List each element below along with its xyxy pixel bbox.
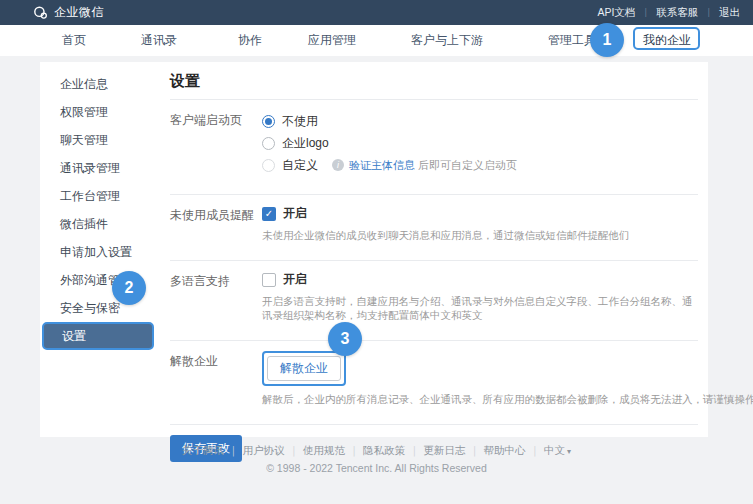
- sidebar-item-enterprise-info[interactable]: 企业信息: [40, 70, 156, 98]
- divider: [170, 424, 698, 425]
- row-multilanguage-support: 多语言支持 开启 开启多语言支持时，自建应用名与介绍、通讯录与对外信息自定义字段…: [170, 261, 698, 332]
- settings-sidebar: 企业信息 权限管理 聊天管理 通讯录管理 工作台管理 微信插件 申请加入设置 外…: [40, 62, 156, 437]
- dissolve-label: 解散企业: [170, 351, 262, 406]
- tab-contacts[interactable]: 通讯录: [141, 25, 177, 56]
- radio-unselected-icon[interactable]: [262, 137, 275, 150]
- content-card: 企业信息 权限管理 聊天管理 通讯录管理 工作台管理 微信插件 申请加入设置 外…: [40, 62, 708, 437]
- chevron-down-icon: ▾: [567, 447, 571, 456]
- footer-link-changelog[interactable]: 更新日志: [423, 444, 465, 456]
- footer-links: 关于腾讯｜用户协议｜使用规范｜隐私政策｜更新日志｜帮助中心｜中文▾: [0, 444, 753, 458]
- launch-page-label: 客户端启动页: [170, 110, 262, 176]
- tab-collaboration[interactable]: 协作: [238, 25, 262, 56]
- row-client-launch-page: 客户端启动页 不使用 企业logo 自定义 i 验证主体信息 后即可自定义启: [170, 100, 698, 186]
- radio-option-label: 自定义: [282, 157, 318, 174]
- footer-link-about-tencent[interactable]: 关于腾讯: [182, 444, 224, 456]
- tab-management-tools[interactable]: 管理工具: [548, 25, 596, 56]
- footer-link-usage-rules[interactable]: 使用规范: [303, 444, 345, 456]
- checkbox-unchecked-icon[interactable]: [262, 273, 276, 287]
- footer-link-help-center[interactable]: 帮助中心: [484, 444, 526, 456]
- sidebar-item-permission-management[interactable]: 权限管理: [40, 98, 156, 126]
- tab-customers-upstream-downstream[interactable]: 客户与上下游: [411, 25, 483, 56]
- wechat-work-logo-icon: [33, 5, 48, 20]
- separator: ｜: [641, 6, 650, 19]
- language-selector[interactable]: 中文▾: [544, 444, 571, 456]
- multilanguage-label: 多语言支持: [170, 271, 262, 322]
- separator: ｜: [228, 444, 238, 456]
- radio-option-label: 企业logo: [282, 135, 329, 152]
- info-icon: i: [332, 159, 344, 171]
- app-title: 企业微信: [54, 4, 104, 21]
- dissolve-enterprise-button[interactable]: 解散企业: [267, 356, 341, 381]
- sidebar-item-settings[interactable]: 设置: [42, 322, 154, 350]
- unused-reminder-toggle[interactable]: ✓ 开启: [262, 205, 698, 222]
- tab-my-enterprise[interactable]: 我的企业: [635, 25, 699, 56]
- step-3-badge: 3: [328, 322, 362, 356]
- radio-option-label: 不使用: [282, 113, 318, 130]
- settings-main: 设置 客户端启动页 不使用 企业logo 自定义 i 验: [170, 62, 698, 462]
- page-title: 设置: [170, 72, 698, 91]
- sidebar-item-contacts-management[interactable]: 通讯录管理: [40, 154, 156, 182]
- custom-note-text: 后即可自定义启动页: [418, 158, 517, 173]
- separator: ｜: [704, 6, 713, 19]
- row-dissolve-enterprise: 解散企业 解散企业 解散后，企业内的所有消息记录、企业通讯录、所有应用的数据都会…: [170, 341, 698, 416]
- copyright-text: © 1998 - 2022 Tencent Inc. All Rights Re…: [0, 462, 753, 474]
- checkbox-checked-icon[interactable]: ✓: [262, 207, 276, 221]
- sidebar-item-chat-management[interactable]: 聊天管理: [40, 126, 156, 154]
- topbar: 企业微信 API文档 ｜ 联系客服 ｜ 退出: [0, 0, 753, 25]
- verify-subject-info-link[interactable]: 验证主体信息: [349, 158, 415, 173]
- footer-link-user-agreement[interactable]: 用户协议: [242, 444, 284, 456]
- radio-option-not-used[interactable]: 不使用: [262, 110, 698, 132]
- step-1-badge: 1: [590, 23, 624, 57]
- checkbox-label: 开启: [283, 271, 307, 288]
- radio-disabled-icon: [262, 159, 275, 172]
- contact-support-link[interactable]: 联系客服: [656, 6, 698, 20]
- tab-app-management[interactable]: 应用管理: [308, 25, 356, 56]
- step-2-badge: 2: [112, 271, 146, 305]
- app-logo[interactable]: 企业微信: [33, 4, 104, 21]
- sidebar-item-join-settings[interactable]: 申请加入设置: [40, 238, 156, 266]
- topbar-links: API文档 ｜ 联系客服 ｜ 退出: [597, 6, 740, 20]
- separator: ｜: [530, 444, 540, 456]
- page-footer: 关于腾讯｜用户协议｜使用规范｜隐私政策｜更新日志｜帮助中心｜中文▾ © 1998…: [0, 444, 753, 474]
- step-3-highlight-box: 解散企业: [262, 351, 346, 386]
- custom-option-note: i 验证主体信息 后即可自定义启动页: [332, 158, 517, 173]
- separator: ｜: [469, 444, 479, 456]
- row-unused-member-reminder: 未使用成员提醒 ✓ 开启 未使用企业微信的成员收到聊天消息和应用消息，通过微信或…: [170, 195, 698, 252]
- separator: ｜: [349, 444, 359, 456]
- unused-reminder-description: 未使用企业微信的成员收到聊天消息和应用消息，通过微信或短信邮件提醒他们: [262, 228, 698, 242]
- radio-option-custom[interactable]: 自定义 i 验证主体信息 后即可自定义启动页: [262, 154, 698, 176]
- multilanguage-description: 开启多语言支持时，自建应用名与介绍、通讯录与对外信息自定义字段、工作台分组名称、…: [262, 294, 698, 322]
- sidebar-item-wechat-plugin[interactable]: 微信插件: [40, 210, 156, 238]
- main-nav: 首页 通讯录 协作 应用管理 客户与上下游 管理工具 我的企业: [0, 25, 753, 56]
- footer-link-privacy-policy[interactable]: 隐私政策: [363, 444, 405, 456]
- logout-link[interactable]: 退出: [719, 6, 740, 20]
- separator: ｜: [409, 444, 419, 456]
- unused-reminder-label: 未使用成员提醒: [170, 205, 262, 242]
- radio-option-enterprise-logo[interactable]: 企业logo: [262, 132, 698, 154]
- checkbox-label: 开启: [283, 205, 307, 222]
- tab-home[interactable]: 首页: [62, 25, 86, 56]
- separator: ｜: [288, 444, 298, 456]
- multilanguage-toggle[interactable]: 开启: [262, 271, 698, 288]
- sidebar-item-workbench-management[interactable]: 工作台管理: [40, 182, 156, 210]
- radio-selected-icon[interactable]: [262, 115, 275, 128]
- language-label: 中文: [544, 444, 565, 456]
- dissolve-description: 解散后，企业内的所有消息记录、企业通讯录、所有应用的数据都会被删除，成员将无法进…: [262, 392, 698, 406]
- api-docs-link[interactable]: API文档: [597, 6, 635, 20]
